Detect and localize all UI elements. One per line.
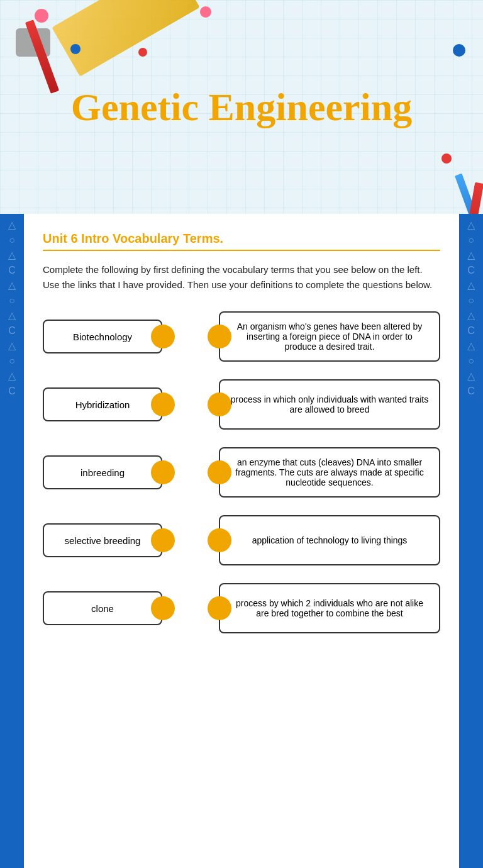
term-box-clone: clone xyxy=(43,591,162,625)
sidebar-icon-2: ○ xyxy=(9,235,15,245)
sidebar-icon-4: C xyxy=(8,265,16,275)
sidebar-right-icon-12: C xyxy=(467,386,475,396)
term-box-selective-breeding: selective breeding xyxy=(43,523,162,557)
term-box-biotechnology: Biotechnology xyxy=(43,320,162,353)
pink-dot-1 xyxy=(35,9,48,23)
sidebar-right-icon-4: C xyxy=(467,265,475,275)
def-dot-hybridization xyxy=(208,392,231,416)
blue-dot-1 xyxy=(70,44,80,54)
red-dot-bottom xyxy=(441,153,452,164)
def-text-biotechnology: An organism who's genes have been altere… xyxy=(230,321,429,352)
sidebar-icon-10: ○ xyxy=(9,356,15,366)
sidebar-right-icon-5: △ xyxy=(467,281,475,291)
match-row-inbreeding: inbreeding an enzyme that cuts (cleaves)… xyxy=(43,447,440,498)
term-dot-hybridization xyxy=(151,392,175,416)
sidebar-right-icon-11: △ xyxy=(467,371,475,381)
def-text-inbreeding: an enzyme that cuts (cleaves) DNA into s… xyxy=(230,457,429,487)
sidebar-icon-1: △ xyxy=(8,220,16,230)
term-label-clone: clone xyxy=(91,603,114,614)
sidebar-right-icon-9: △ xyxy=(467,341,475,351)
def-text-clone: process by which 2 individuals who are n… xyxy=(230,598,429,618)
main-content: Unit 6 Intro Vocabulary Terms. Complete … xyxy=(24,214,459,868)
sidebar-icon-3: △ xyxy=(8,250,16,260)
terms-container: Biotechnology An organism who's genes ha… xyxy=(43,311,440,633)
sidebar-icon-9: △ xyxy=(8,341,16,351)
term-dot-biotechnology xyxy=(151,325,175,348)
def-text-hybridization: process in which only individuals with w… xyxy=(230,394,429,415)
sidebar-icon-12: C xyxy=(8,386,16,396)
def-dot-clone xyxy=(208,596,231,620)
def-dot-selective-breeding xyxy=(208,528,231,552)
term-label-biotechnology: Biotechnology xyxy=(73,331,132,342)
sidebar-right-icon-6: ○ xyxy=(468,296,474,306)
sidebar-right-icon-7: △ xyxy=(467,311,475,321)
sidebar-right-icon-3: △ xyxy=(467,250,475,260)
header-section: Genetic Engineering xyxy=(0,0,483,214)
def-text-selective-breeding: application of technology to living thin… xyxy=(252,535,408,545)
pink-dot-2 xyxy=(200,6,211,18)
red-dot-1 xyxy=(138,48,147,57)
sidebar-right-icon-8: C xyxy=(467,326,475,336)
sidebar-icon-5: △ xyxy=(8,281,16,291)
sidebar-icon-11: △ xyxy=(8,371,16,381)
term-box-inbreeding: inbreeding xyxy=(43,455,162,489)
def-dot-inbreeding xyxy=(208,460,231,484)
def-box-inbreeding: an enzyme that cuts (cleaves) DNA into s… xyxy=(219,447,440,498)
section-title: Unit 6 Intro Vocabulary Terms. xyxy=(43,231,440,251)
sidebar-right-icon-1: △ xyxy=(467,220,475,230)
term-dot-clone xyxy=(151,596,175,620)
sidebar-right-icon-2: ○ xyxy=(468,235,474,245)
match-row-clone: clone process by which 2 individuals who… xyxy=(43,583,440,633)
ruler-decoration xyxy=(52,0,200,77)
match-row-selective-breeding: selective breeding application of techno… xyxy=(43,515,440,565)
page-title: Genetic Engineering xyxy=(71,85,412,130)
def-box-hybridization: process in which only individuals with w… xyxy=(219,379,440,430)
sidebar-icon-6: ○ xyxy=(9,296,15,306)
term-label-inbreeding: inbreeding xyxy=(80,467,125,478)
term-dot-inbreeding xyxy=(151,460,175,484)
sidebar-icon-8: C xyxy=(8,326,16,336)
sidebar-icon-7: △ xyxy=(8,311,16,321)
match-row-hybridization: Hybridization process in which only indi… xyxy=(43,379,440,430)
term-box-hybridization: Hybridization xyxy=(43,387,162,421)
term-dot-selective-breeding xyxy=(151,528,175,552)
def-dot-biotechnology xyxy=(208,325,231,348)
sidebar-right: △ ○ △ C △ ○ △ C △ ○ △ C xyxy=(459,214,483,868)
term-label-selective-breeding: selective breeding xyxy=(65,535,141,546)
sidebar-left: △ ○ △ C △ ○ △ C △ ○ △ C xyxy=(0,214,24,868)
def-box-selective-breeding: application of technology to living thin… xyxy=(219,515,440,565)
match-row-biotechnology: Biotechnology An organism who's genes ha… xyxy=(43,311,440,362)
term-label-hybridization: Hybridization xyxy=(75,399,130,410)
def-box-biotechnology: An organism who's genes have been altere… xyxy=(219,311,440,362)
def-box-clone: process by which 2 individuals who are n… xyxy=(219,583,440,633)
instructions-text: Complete the following by first defining… xyxy=(43,262,440,292)
blue-dot-2 xyxy=(453,44,465,57)
sidebar-right-icon-10: ○ xyxy=(468,356,474,366)
